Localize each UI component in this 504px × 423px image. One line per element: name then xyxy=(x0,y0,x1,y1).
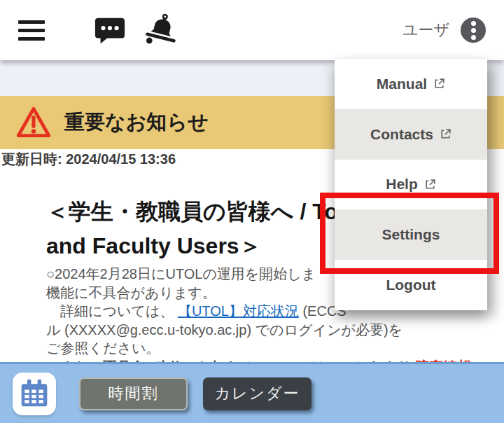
top-bar: ユーザ xyxy=(0,0,504,60)
menu-item-help[interactable]: Help xyxy=(335,160,487,210)
updated-timestamp: 更新日時: 2024/04/15 13:36 xyxy=(1,150,176,169)
hamburger-menu-icon[interactable] xyxy=(18,20,45,41)
warning-triangle-icon xyxy=(15,106,52,139)
calendar-app-tile[interactable] xyxy=(13,373,56,415)
external-link-icon xyxy=(433,78,445,90)
notice-text-line: ル (XXXXX@g.ecc.u-tokyo.ac.jp) でのログインが必要)… xyxy=(46,321,480,340)
kebab-menu-icon[interactable] xyxy=(461,18,486,43)
menu-item-logout[interactable]: Logout xyxy=(335,260,487,310)
menu-item-manual[interactable]: Manual xyxy=(335,59,487,109)
menu-item-label: Contacts xyxy=(370,126,433,143)
menu-item-label: Help xyxy=(386,176,418,193)
user-label: ユーザ xyxy=(402,20,449,41)
banner-title: 重要なお知らせ xyxy=(64,109,209,137)
bottom-toolbar: 時間割 カレンダー xyxy=(0,362,504,423)
user-dropdown-menu: Manual Contacts Help Settings Logout xyxy=(335,59,487,310)
menu-item-label: Manual xyxy=(377,76,427,92)
notifications-bell-icon[interactable] xyxy=(144,13,179,48)
menu-item-settings[interactable]: Settings xyxy=(335,209,487,260)
menu-item-contacts[interactable]: Contacts xyxy=(335,109,487,160)
notice-heading-line2: and Faculty Users＞ xyxy=(46,233,262,258)
timetable-button[interactable]: 時間割 xyxy=(79,377,188,410)
calendar-button[interactable]: カレンダー xyxy=(203,377,312,410)
utol-status-link[interactable]: 【UTOL】対応状況 xyxy=(178,303,299,319)
notice-heading-line1: ＜学生・教職員の皆様へ / To S xyxy=(46,199,359,224)
calendar-icon xyxy=(19,378,50,409)
external-link-icon xyxy=(440,128,451,140)
menu-item-label: Settings xyxy=(382,226,440,243)
external-link-icon xyxy=(424,179,436,190)
notice-detail-prefix: 詳細については、 xyxy=(46,303,178,319)
menu-item-label: Logout xyxy=(386,277,435,293)
messages-icon[interactable] xyxy=(94,16,126,44)
notice-text-line: ご参照ください。 xyxy=(46,339,480,358)
